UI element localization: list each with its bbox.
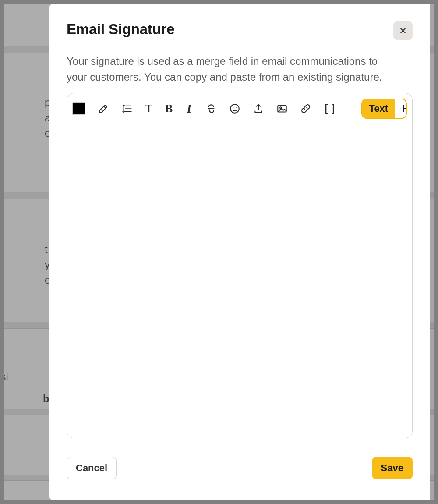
mode-text-button[interactable]: Text — [362, 99, 396, 118]
modal-footer: Cancel Save — [49, 438, 430, 497]
svg-point-0 — [230, 104, 239, 113]
font-button[interactable]: T — [145, 102, 153, 115]
emoji-button[interactable] — [229, 102, 240, 115]
email-signature-modal: Email Signature Your signature is used a… — [49, 4, 430, 500]
mode-html-button[interactable]: HTML — [395, 99, 407, 118]
signature-textarea[interactable] — [67, 124, 412, 438]
scrollbar-track[interactable] — [430, 4, 434, 500]
svg-point-4 — [280, 107, 281, 108]
line-height-button[interactable] — [121, 102, 133, 115]
close-button[interactable] — [393, 21, 413, 40]
save-button[interactable]: Save — [372, 457, 413, 479]
font-icon: T — [145, 102, 152, 115]
image-icon — [276, 103, 288, 114]
strikethrough-button[interactable] — [205, 102, 217, 115]
bold-icon: B — [165, 102, 173, 115]
editor-toolbar: T B I — [67, 93, 412, 124]
line-spacing-icon — [121, 103, 133, 114]
rich-text-editor: T B I — [67, 93, 413, 438]
highlighter-icon — [98, 103, 109, 114]
editor-mode-toggle: Text HTML — [361, 99, 407, 119]
link-icon — [300, 103, 311, 114]
color-swatch-icon — [72, 102, 85, 115]
emoji-icon — [229, 103, 240, 114]
strikethrough-icon — [205, 103, 217, 114]
brackets-icon: [] — [323, 103, 337, 115]
modal-header: Email Signature — [49, 4, 430, 40]
upload-button[interactable] — [253, 102, 264, 115]
close-icon — [399, 27, 407, 35]
insert-image-button[interactable] — [276, 102, 288, 115]
modal-description: Your signature is used as a merge field … — [49, 40, 408, 85]
bold-button[interactable]: B — [165, 102, 173, 115]
italic-icon: I — [187, 102, 191, 116]
merge-field-button[interactable]: [] — [324, 102, 337, 115]
svg-point-2 — [236, 107, 236, 108]
insert-link-button[interactable] — [300, 102, 311, 115]
svg-point-1 — [233, 107, 233, 108]
text-color-button[interactable] — [72, 102, 85, 115]
highlight-button[interactable] — [98, 102, 109, 115]
italic-button[interactable]: I — [185, 102, 193, 115]
modal-title: Email Signature — [67, 21, 174, 38]
cancel-button[interactable]: Cancel — [67, 457, 117, 479]
upload-icon — [253, 103, 264, 114]
